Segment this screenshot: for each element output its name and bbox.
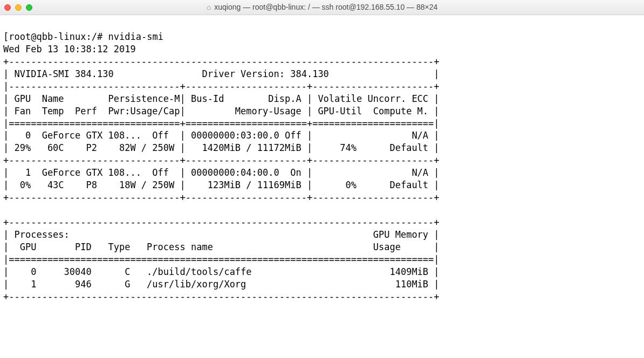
timestamp-line: Wed Feb 13 10:38:12 2019 xyxy=(3,44,136,54)
prompt-suffix: # xyxy=(97,31,102,42)
gpu0-row-1: | 0 GeForce GTX 108... Off | 00000000:03… xyxy=(3,130,440,141)
maximize-window-button[interactable] xyxy=(26,4,32,11)
terminal-content[interactable]: [root@qbb-linux:/# nvidia-smi Wed Feb 13… xyxy=(0,15,644,306)
smi-header-2: | Fan Temp Perf Pwr:Usage/Cap| Memory-Us… xyxy=(3,106,440,116)
smi-bottom-sep: +-------------------------------+-------… xyxy=(3,192,440,203)
smi-eq-sep: |===============================+=======… xyxy=(3,118,440,129)
window-title: ⌂ xuqiong — root@qbb-linux: / — ssh root… xyxy=(207,2,438,12)
proc-border-bottom: +---------------------------------------… xyxy=(3,291,440,302)
proc-border-top: +---------------------------------------… xyxy=(3,217,440,228)
close-window-button[interactable] xyxy=(4,4,11,11)
prompt-path: / xyxy=(92,31,97,42)
smi-thin-sep: |-------------------------------+-------… xyxy=(3,81,440,92)
proc-row-0: | 0 30040 C ./build/tools/caffe 1409MiB … xyxy=(3,266,440,277)
traffic-lights xyxy=(4,4,32,11)
command-text: nvidia-smi xyxy=(108,31,163,42)
proc-header-1: | Processes: GPU Memory | xyxy=(3,229,440,240)
prompt-open-bracket: [ xyxy=(3,31,9,42)
blank-line xyxy=(3,204,440,215)
smi-version-line: | NVIDIA-SMI 384.130 Driver Version: 384… xyxy=(3,68,440,79)
minimize-window-button[interactable] xyxy=(15,4,22,11)
home-icon: ⌂ xyxy=(207,2,211,12)
gpu1-row-2: | 0% 43C P8 18W / 250W | 123MiB / 11169M… xyxy=(3,180,440,190)
window-titlebar: ⌂ xuqiong — root@qbb-linux: / — ssh root… xyxy=(0,0,644,15)
smi-border-top: +---------------------------------------… xyxy=(3,56,440,67)
window-title-text: xuqiong — root@qbb-linux: / — ssh root@1… xyxy=(214,2,437,12)
gpu1-row-1: | 1 GeForce GTX 108... Off | 00000000:04… xyxy=(3,167,440,178)
prompt-path-sep: : xyxy=(86,31,92,42)
prompt-user-host: root@qbb-linux xyxy=(9,31,86,42)
prompt-line: [root@qbb-linux:/# nvidia-smi xyxy=(3,31,163,42)
proc-eq-sep: |=======================================… xyxy=(3,254,440,265)
gpu0-row-2: | 29% 60C P2 82W / 250W | 1420MiB / 1117… xyxy=(3,142,440,153)
proc-header-2: | GPU PID Type Process name Usage | xyxy=(3,242,440,252)
smi-header-1: | GPU Name Persistence-M| Bus-Id Disp.A … xyxy=(3,93,440,104)
smi-mid-sep: +-------------------------------+-------… xyxy=(3,155,440,166)
proc-row-1: | 1 946 G /usr/lib/xorg/Xorg 110MiB | xyxy=(3,279,440,290)
